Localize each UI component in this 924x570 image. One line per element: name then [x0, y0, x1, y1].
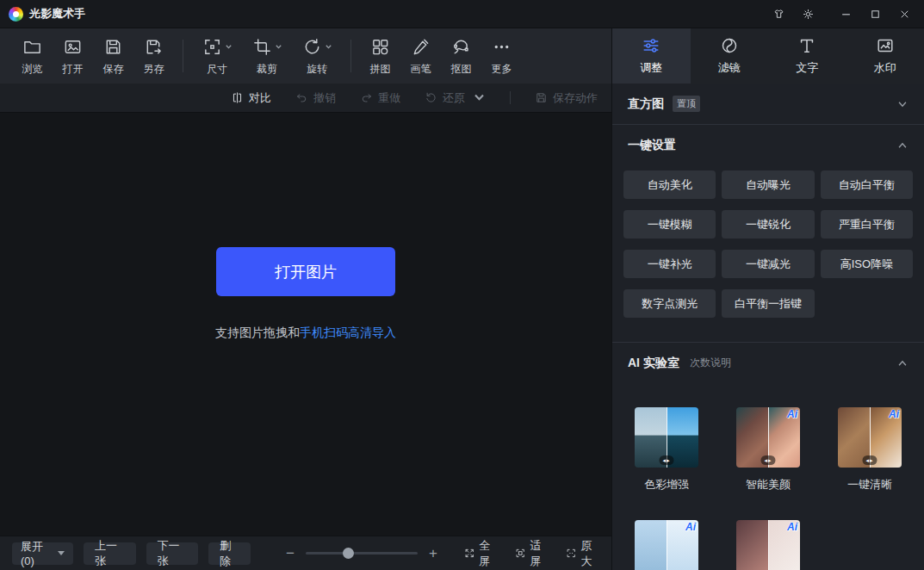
- save-action-button[interactable]: 保存动作: [535, 90, 598, 106]
- ai-lab-collapse-toggle[interactable]: [896, 357, 908, 369]
- delete-image-button[interactable]: 删除: [208, 542, 251, 565]
- auto-exposure-button[interactable]: 自动曝光: [722, 170, 814, 199]
- high-iso-denoise-button[interactable]: 高ISO降噪: [821, 250, 913, 278]
- maximize-button[interactable]: [860, 0, 890, 28]
- rotate-icon: [302, 37, 322, 57]
- zoom-slider[interactable]: [306, 552, 418, 555]
- settings-button[interactable]: [793, 0, 822, 28]
- chevron-down-icon[interactable]: [275, 43, 282, 51]
- tab-filters[interactable]: 滤镜: [691, 28, 769, 84]
- expand-filmstrip-button[interactable]: 展开(0): [12, 542, 73, 565]
- adjust-panel-content: 直方图 置顶 一键设置 自动美化 自动曝光: [612, 84, 924, 570]
- compare-handle-icon[interactable]: ◂▸: [760, 455, 775, 465]
- save-as-icon: [144, 37, 164, 57]
- redo-button[interactable]: 重做: [360, 90, 400, 106]
- gear-icon: [802, 8, 815, 21]
- severe-white-balance-button[interactable]: 严重白平衡: [821, 210, 913, 239]
- one-key-blur-button[interactable]: 一键模糊: [623, 210, 716, 239]
- ai-badge-icon: Ai: [889, 408, 899, 420]
- zoom-out-button[interactable]: −: [282, 545, 299, 562]
- toolbar-collage-button[interactable]: 拼图: [360, 31, 400, 81]
- compare-button[interactable]: 对比: [231, 90, 271, 106]
- one-key-section-header[interactable]: 一键设置: [612, 125, 924, 165]
- compare-handle-icon[interactable]: ◂▸: [659, 455, 673, 465]
- fullscreen-button[interactable]: 全屏: [464, 538, 498, 569]
- original-size-button[interactable]: 原大: [566, 538, 599, 569]
- ai-thumbnails-row-partial: Ai Ai: [612, 520, 924, 570]
- image-canvas[interactable]: 打开图片 支持图片拖拽和手机扫码高清导入: [0, 113, 611, 536]
- undo-button[interactable]: 撤销: [295, 90, 336, 106]
- one-key-sharpen-button[interactable]: 一键锐化: [722, 210, 814, 239]
- ai-item-one-key-clarity[interactable]: Ai ◂▸ 一键清晰: [838, 407, 902, 493]
- zoom-control: − +: [282, 545, 442, 562]
- more-ellipsis-icon: [492, 37, 512, 57]
- next-image-button[interactable]: 下一张: [146, 542, 198, 565]
- auto-beautify-button[interactable]: 自动美化: [623, 170, 716, 199]
- zoom-in-button[interactable]: +: [425, 545, 442, 562]
- one-key-collapse-toggle[interactable]: [896, 139, 908, 152]
- ai-item-partial-2[interactable]: Ai: [736, 520, 800, 570]
- histogram-collapse-toggle[interactable]: [896, 98, 908, 110]
- compare-handle-icon[interactable]: ◂▸: [862, 455, 877, 465]
- toolbar-cutout-button[interactable]: 抠图: [441, 31, 481, 81]
- sliders-icon: [642, 36, 660, 55]
- tab-adjust[interactable]: 调整: [612, 28, 691, 84]
- tab-watermark[interactable]: 水印: [846, 28, 924, 84]
- toolbar-rotate-button[interactable]: 旋转: [292, 31, 342, 81]
- bottom-bar: 展开(0) 上一张 下一张 删除 − + 全屏: [0, 536, 611, 570]
- toolbar-open-button[interactable]: 打开: [53, 31, 93, 81]
- histogram-title: 直方图: [628, 96, 664, 112]
- edit-actions-bar: 对比 撤销 重做 还原 保存动作: [0, 84, 611, 113]
- previous-image-button[interactable]: 上一张: [84, 542, 135, 565]
- pin-top-badge[interactable]: 置顶: [673, 96, 700, 112]
- chevron-down-icon[interactable]: [225, 43, 233, 51]
- titlebar: 光影魔术手: [0, 0, 924, 28]
- ai-item-partial-1[interactable]: Ai: [635, 520, 698, 570]
- chevron-down-icon: [896, 98, 908, 110]
- close-button[interactable]: [890, 0, 919, 28]
- ai-lab-section-header[interactable]: AI 实验室 次数说明: [612, 343, 924, 383]
- chevron-up-icon: [896, 357, 908, 369]
- color-enhance-thumbnail[interactable]: ◂▸: [635, 407, 698, 468]
- ai-item-color-enhance[interactable]: ◂▸ 色彩增强: [635, 407, 698, 493]
- before-after-divider: [667, 520, 667, 570]
- toolbar-separator: [350, 40, 351, 72]
- toolbar-brush-button[interactable]: 画笔: [400, 31, 441, 81]
- toolbar-size-button[interactable]: 尺寸: [192, 31, 242, 81]
- theme-skin-button[interactable]: [764, 0, 793, 28]
- white-balance-one-touch-button[interactable]: 白平衡一指键: [722, 289, 814, 318]
- one-key-fill-light-button[interactable]: 一键补光: [623, 250, 716, 278]
- hint-text: 支持图片拖拽和: [215, 325, 300, 339]
- ai-partial-thumbnail[interactable]: Ai: [635, 520, 698, 570]
- ai-partial-thumbnail[interactable]: Ai: [736, 520, 800, 570]
- toolbar-save-button[interactable]: 保存: [93, 31, 133, 81]
- open-image-button[interactable]: 打开图片: [216, 247, 395, 296]
- ai-usage-note-link[interactable]: 次数说明: [690, 356, 731, 370]
- toolbar-crop-button[interactable]: 裁剪: [242, 31, 292, 81]
- restore-button[interactable]: 还原: [425, 90, 486, 106]
- brush-icon: [411, 37, 431, 57]
- minimize-button[interactable]: [831, 0, 860, 28]
- redo-icon: [360, 91, 373, 104]
- histogram-section-header[interactable]: 直方图 置顶: [612, 84, 924, 124]
- ai-badge-icon: Ai: [685, 521, 696, 533]
- digital-spot-metering-button[interactable]: 数字点测光: [623, 289, 716, 318]
- chevron-down-icon[interactable]: [473, 91, 486, 104]
- original-size-icon: [566, 547, 576, 560]
- phone-scan-link[interactable]: 手机扫码高清导入: [300, 325, 396, 339]
- app-window: 光影魔术手 浏览: [0, 0, 924, 570]
- one-key-clarity-thumbnail[interactable]: Ai ◂▸: [838, 407, 902, 468]
- chevron-down-icon[interactable]: [325, 43, 332, 51]
- toolbar-browse-button[interactable]: 浏览: [12, 31, 53, 81]
- toolbar-save-as-button[interactable]: 另存: [133, 31, 174, 81]
- smart-beauty-thumbnail[interactable]: Ai ◂▸: [736, 407, 800, 468]
- compare-icon: [231, 91, 244, 104]
- fit-screen-button[interactable]: 适屏: [515, 538, 549, 569]
- tab-text[interactable]: 文字: [768, 28, 846, 84]
- one-key-dim-light-button[interactable]: 一键减光: [722, 250, 814, 278]
- ai-item-smart-beauty[interactable]: Ai ◂▸ 智能美颜: [736, 407, 800, 493]
- auto-white-balance-button[interactable]: 自动白平衡: [821, 170, 913, 199]
- app-title: 光影魔术手: [29, 6, 85, 22]
- zoom-slider-handle[interactable]: [343, 548, 354, 559]
- toolbar-more-button[interactable]: 更多: [481, 31, 522, 81]
